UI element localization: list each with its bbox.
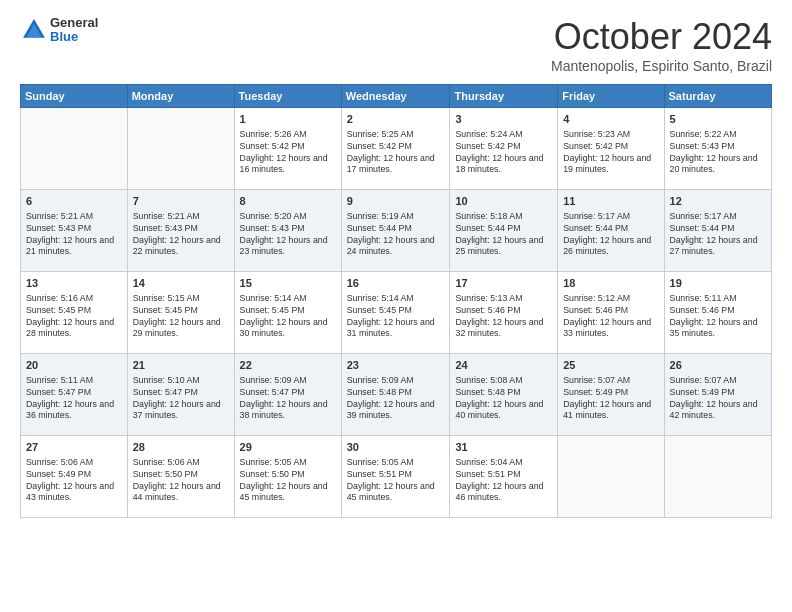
- daylight-text: Daylight: 12 hours and 25 minutes.: [455, 235, 543, 257]
- calendar-week-row: 27Sunrise: 5:06 AMSunset: 5:49 PMDayligh…: [21, 436, 772, 518]
- calendar-table: Sunday Monday Tuesday Wednesday Thursday…: [20, 84, 772, 518]
- calendar-week-row: 13Sunrise: 5:16 AMSunset: 5:45 PMDayligh…: [21, 272, 772, 354]
- daylight-text: Daylight: 12 hours and 28 minutes.: [26, 317, 114, 339]
- calendar-body: 1Sunrise: 5:26 AMSunset: 5:42 PMDaylight…: [21, 108, 772, 518]
- day-number: 27: [26, 440, 122, 455]
- day-info: Sunrise: 5:13 AMSunset: 5:46 PMDaylight:…: [455, 293, 552, 341]
- col-monday: Monday: [127, 85, 234, 108]
- sunset-text: Sunset: 5:44 PM: [670, 223, 735, 233]
- calendar-cell: 19Sunrise: 5:11 AMSunset: 5:46 PMDayligh…: [664, 272, 771, 354]
- calendar-cell: 21Sunrise: 5:10 AMSunset: 5:47 PMDayligh…: [127, 354, 234, 436]
- calendar-cell: 5Sunrise: 5:22 AMSunset: 5:43 PMDaylight…: [664, 108, 771, 190]
- daylight-text: Daylight: 12 hours and 30 minutes.: [240, 317, 328, 339]
- sunset-text: Sunset: 5:46 PM: [455, 305, 520, 315]
- daylight-text: Daylight: 12 hours and 35 minutes.: [670, 317, 758, 339]
- calendar-cell: 14Sunrise: 5:15 AMSunset: 5:45 PMDayligh…: [127, 272, 234, 354]
- daylight-text: Daylight: 12 hours and 43 minutes.: [26, 481, 114, 503]
- sunset-text: Sunset: 5:43 PM: [670, 141, 735, 151]
- day-number: 4: [563, 112, 658, 127]
- daylight-text: Daylight: 12 hours and 39 minutes.: [347, 399, 435, 421]
- logo-general-text: General: [50, 16, 98, 30]
- calendar-cell: 6Sunrise: 5:21 AMSunset: 5:43 PMDaylight…: [21, 190, 128, 272]
- col-sunday: Sunday: [21, 85, 128, 108]
- calendar-week-row: 6Sunrise: 5:21 AMSunset: 5:43 PMDaylight…: [21, 190, 772, 272]
- day-info: Sunrise: 5:16 AMSunset: 5:45 PMDaylight:…: [26, 293, 122, 341]
- calendar-cell: 28Sunrise: 5:06 AMSunset: 5:50 PMDayligh…: [127, 436, 234, 518]
- day-info: Sunrise: 5:14 AMSunset: 5:45 PMDaylight:…: [347, 293, 445, 341]
- calendar-cell: 1Sunrise: 5:26 AMSunset: 5:42 PMDaylight…: [234, 108, 341, 190]
- calendar-cell: 22Sunrise: 5:09 AMSunset: 5:47 PMDayligh…: [234, 354, 341, 436]
- sunset-text: Sunset: 5:43 PM: [133, 223, 198, 233]
- day-info: Sunrise: 5:19 AMSunset: 5:44 PMDaylight:…: [347, 211, 445, 259]
- sunrise-text: Sunrise: 5:21 AM: [26, 211, 93, 221]
- sunset-text: Sunset: 5:43 PM: [26, 223, 91, 233]
- sunset-text: Sunset: 5:44 PM: [347, 223, 412, 233]
- calendar-cell: 8Sunrise: 5:20 AMSunset: 5:43 PMDaylight…: [234, 190, 341, 272]
- daylight-text: Daylight: 12 hours and 33 minutes.: [563, 317, 651, 339]
- daylight-text: Daylight: 12 hours and 29 minutes.: [133, 317, 221, 339]
- col-friday: Friday: [558, 85, 664, 108]
- calendar-cell: 4Sunrise: 5:23 AMSunset: 5:42 PMDaylight…: [558, 108, 664, 190]
- header-row: Sunday Monday Tuesday Wednesday Thursday…: [21, 85, 772, 108]
- calendar-cell: 30Sunrise: 5:05 AMSunset: 5:51 PMDayligh…: [341, 436, 450, 518]
- sunrise-text: Sunrise: 5:11 AM: [670, 293, 737, 303]
- sunrise-text: Sunrise: 5:16 AM: [26, 293, 93, 303]
- header: General Blue October 2024 Mantenopolis, …: [20, 16, 772, 74]
- logo-blue-text: Blue: [50, 30, 98, 44]
- day-info: Sunrise: 5:17 AMSunset: 5:44 PMDaylight:…: [670, 211, 766, 259]
- day-info: Sunrise: 5:22 AMSunset: 5:43 PMDaylight:…: [670, 129, 766, 177]
- sunset-text: Sunset: 5:47 PM: [26, 387, 91, 397]
- daylight-text: Daylight: 12 hours and 22 minutes.: [133, 235, 221, 257]
- daylight-text: Daylight: 12 hours and 26 minutes.: [563, 235, 651, 257]
- calendar-cell: 20Sunrise: 5:11 AMSunset: 5:47 PMDayligh…: [21, 354, 128, 436]
- day-info: Sunrise: 5:11 AMSunset: 5:46 PMDaylight:…: [670, 293, 766, 341]
- day-number: 6: [26, 194, 122, 209]
- sunset-text: Sunset: 5:43 PM: [240, 223, 305, 233]
- sunrise-text: Sunrise: 5:25 AM: [347, 129, 414, 139]
- day-number: 14: [133, 276, 229, 291]
- day-info: Sunrise: 5:12 AMSunset: 5:46 PMDaylight:…: [563, 293, 658, 341]
- sunset-text: Sunset: 5:42 PM: [455, 141, 520, 151]
- sunrise-text: Sunrise: 5:09 AM: [347, 375, 414, 385]
- daylight-text: Daylight: 12 hours and 27 minutes.: [670, 235, 758, 257]
- daylight-text: Daylight: 12 hours and 41 minutes.: [563, 399, 651, 421]
- calendar-cell: 25Sunrise: 5:07 AMSunset: 5:49 PMDayligh…: [558, 354, 664, 436]
- daylight-text: Daylight: 12 hours and 38 minutes.: [240, 399, 328, 421]
- sunrise-text: Sunrise: 5:13 AM: [455, 293, 522, 303]
- month-title: October 2024: [551, 16, 772, 58]
- daylight-text: Daylight: 12 hours and 32 minutes.: [455, 317, 543, 339]
- sunrise-text: Sunrise: 5:19 AM: [347, 211, 414, 221]
- sunrise-text: Sunrise: 5:10 AM: [133, 375, 200, 385]
- day-info: Sunrise: 5:14 AMSunset: 5:45 PMDaylight:…: [240, 293, 336, 341]
- sunset-text: Sunset: 5:48 PM: [347, 387, 412, 397]
- sunset-text: Sunset: 5:42 PM: [563, 141, 628, 151]
- day-info: Sunrise: 5:08 AMSunset: 5:48 PMDaylight:…: [455, 375, 552, 423]
- day-info: Sunrise: 5:15 AMSunset: 5:45 PMDaylight:…: [133, 293, 229, 341]
- sunset-text: Sunset: 5:49 PM: [26, 469, 91, 479]
- sunrise-text: Sunrise: 5:06 AM: [133, 457, 200, 467]
- day-number: 25: [563, 358, 658, 373]
- sunset-text: Sunset: 5:46 PM: [670, 305, 735, 315]
- sunrise-text: Sunrise: 5:07 AM: [563, 375, 630, 385]
- day-info: Sunrise: 5:05 AMSunset: 5:51 PMDaylight:…: [347, 457, 445, 505]
- sunset-text: Sunset: 5:48 PM: [455, 387, 520, 397]
- day-info: Sunrise: 5:24 AMSunset: 5:42 PMDaylight:…: [455, 129, 552, 177]
- sunrise-text: Sunrise: 5:04 AM: [455, 457, 522, 467]
- title-block: October 2024 Mantenopolis, Espirito Sant…: [551, 16, 772, 74]
- day-number: 9: [347, 194, 445, 209]
- sunset-text: Sunset: 5:45 PM: [347, 305, 412, 315]
- day-number: 2: [347, 112, 445, 127]
- daylight-text: Daylight: 12 hours and 37 minutes.: [133, 399, 221, 421]
- sunset-text: Sunset: 5:47 PM: [133, 387, 198, 397]
- day-info: Sunrise: 5:09 AMSunset: 5:47 PMDaylight:…: [240, 375, 336, 423]
- sunrise-text: Sunrise: 5:07 AM: [670, 375, 737, 385]
- daylight-text: Daylight: 12 hours and 36 minutes.: [26, 399, 114, 421]
- daylight-text: Daylight: 12 hours and 44 minutes.: [133, 481, 221, 503]
- daylight-text: Daylight: 12 hours and 45 minutes.: [240, 481, 328, 503]
- daylight-text: Daylight: 12 hours and 45 minutes.: [347, 481, 435, 503]
- col-wednesday: Wednesday: [341, 85, 450, 108]
- day-number: 21: [133, 358, 229, 373]
- daylight-text: Daylight: 12 hours and 23 minutes.: [240, 235, 328, 257]
- calendar-header: Sunday Monday Tuesday Wednesday Thursday…: [21, 85, 772, 108]
- sunset-text: Sunset: 5:50 PM: [133, 469, 198, 479]
